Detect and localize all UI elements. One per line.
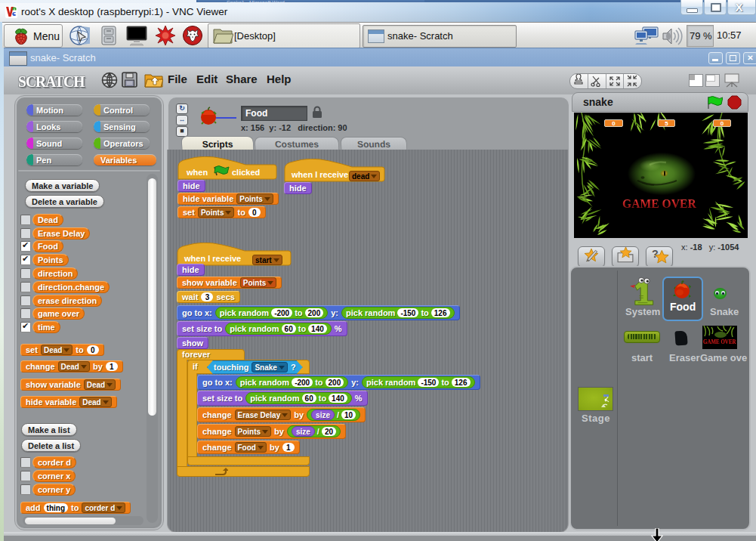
svg-text:when I receive: when I receive	[184, 254, 241, 263]
svg-text:?: ?	[652, 248, 659, 260]
svg-text:when: when	[186, 168, 208, 177]
svg-text:when I receive: when I receive	[291, 170, 348, 179]
svg-text:clicked: clicked	[232, 168, 260, 177]
